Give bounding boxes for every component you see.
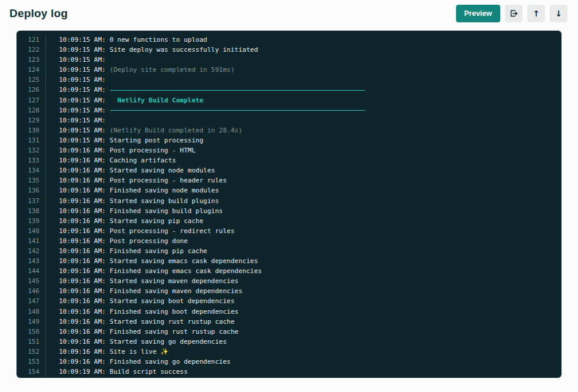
log-line-body: 10:09:16 AM: Finished saving go dependen… bbox=[46, 357, 562, 367]
log-message: Finished saving rust rustup cache bbox=[105, 327, 238, 337]
line-number: 124 bbox=[16, 65, 46, 75]
log-line: 14210:09:16 AM: Finished saving pip cach… bbox=[16, 246, 562, 256]
log-line: 13510:09:16 AM: Post processing - header… bbox=[16, 175, 562, 185]
log-timestamp: 10:09:16 AM: bbox=[59, 266, 105, 276]
line-number: 126 bbox=[16, 85, 46, 95]
line-number: 153 bbox=[16, 357, 46, 367]
log-line: 12410:09:15 AM: (Deploy site completed i… bbox=[16, 65, 562, 75]
log-message: Started saving build plugins bbox=[105, 196, 219, 206]
log-line: 13410:09:16 AM: Started saving node modu… bbox=[16, 165, 562, 175]
line-number: 131 bbox=[16, 135, 46, 145]
log-timestamp: 10:09:16 AM: bbox=[59, 165, 105, 175]
log-line: 12310:09:15 AM: bbox=[16, 55, 562, 65]
log-timestamp: 10:09:15 AM: bbox=[59, 85, 105, 95]
line-number: 130 bbox=[16, 125, 46, 135]
log-message: Finished saving emacs cask dependencies bbox=[105, 266, 262, 276]
log-line: 13010:09:15 AM: (Netlify Build completed… bbox=[16, 125, 562, 135]
log-line-body: 10:09:15 AM: Netlify Build Complete bbox=[46, 95, 562, 105]
log-line: 14810:09:16 AM: Finished saving boot dep… bbox=[16, 307, 562, 317]
line-number: 146 bbox=[16, 286, 46, 296]
line-number: 147 bbox=[16, 296, 46, 306]
log-line: 14710:09:16 AM: Started saving boot depe… bbox=[16, 296, 562, 306]
line-number: 140 bbox=[16, 226, 46, 236]
log-timestamp: 10:09:16 AM: bbox=[59, 296, 105, 306]
log-timestamp: 10:09:16 AM: bbox=[59, 155, 105, 165]
log-message: 0 new functions to upload bbox=[105, 35, 207, 45]
log-timestamp: 10:09:15 AM: bbox=[59, 45, 105, 55]
log-line-body: 10:09:15 AM: Site deploy was successfull… bbox=[46, 45, 562, 55]
log-message: Started saving boot dependencies bbox=[105, 296, 234, 306]
log-line-body: 10:09:16 AM: Caching artifacts bbox=[46, 155, 562, 165]
log-line-body: 10:09:16 AM: Post processing - header ru… bbox=[46, 175, 562, 185]
log-line-body: 10:09:16 AM: Finished saving rust rustup… bbox=[46, 327, 562, 337]
deploy-log-page: Deploy log Preview ↑ ↓ 12110:09:15 AM: 0… bbox=[0, 0, 578, 378]
log-line: 13110:09:15 AM: Starting post processing bbox=[16, 135, 562, 145]
line-number: 132 bbox=[16, 145, 46, 155]
line-number: 135 bbox=[16, 175, 46, 185]
log-line-body: 10:09:16 AM: Started saving emacs cask d… bbox=[46, 256, 562, 266]
log-line: 14010:09:16 AM: Post processing - redire… bbox=[16, 226, 562, 236]
log-message: Site deploy was successfully initiated bbox=[105, 45, 257, 55]
line-number: 139 bbox=[16, 216, 46, 226]
log-line-body: 10:09:16 AM: Finished saving emacs cask … bbox=[46, 266, 562, 276]
scroll-to-top-button[interactable]: ↑ bbox=[527, 5, 545, 22]
line-number: 129 bbox=[16, 115, 46, 125]
log-line-body: 10:09:16 AM: Started saving maven depend… bbox=[46, 276, 562, 286]
log-line-body: 10:09:16 AM: Started saving boot depende… bbox=[46, 296, 562, 306]
log-message: Started saving node modules bbox=[105, 165, 214, 175]
log-message: Finished saving build plugins bbox=[105, 206, 223, 216]
log-line-body: 10:09:16 AM: Finished saving node module… bbox=[46, 185, 562, 195]
log-message: Netlify Build Complete bbox=[105, 95, 203, 105]
arrow-up-icon: ↑ bbox=[533, 9, 540, 18]
log-line: 14310:09:16 AM: Started saving emacs cas… bbox=[16, 256, 562, 266]
log-line-body: 10:09:15 AM: 0 new functions to upload bbox=[46, 35, 562, 45]
copy-log-button[interactable] bbox=[505, 5, 523, 22]
line-number: 136 bbox=[16, 185, 46, 195]
divider-rule bbox=[110, 90, 365, 91]
log-timestamp: 10:09:16 AM: bbox=[59, 206, 105, 216]
line-number: 145 bbox=[16, 276, 46, 286]
log-line-body: 10:09:16 AM: Started saving go dependenc… bbox=[46, 337, 562, 347]
log-timestamp: 10:09:16 AM: bbox=[59, 236, 105, 246]
log-line: 14510:09:16 AM: Started saving maven dep… bbox=[16, 276, 562, 286]
log-message: Started saving rust rustup cache bbox=[105, 317, 234, 327]
log-line-body: 10:09:16 AM: Finished saving maven depen… bbox=[46, 286, 562, 296]
log-timestamp: 10:09:15 AM: bbox=[59, 55, 105, 65]
log-timestamp: 10:09:16 AM: bbox=[59, 317, 105, 327]
log-timestamp: 10:09:16 AM: bbox=[59, 145, 105, 155]
log-line: 13810:09:16 AM: Finished saving build pl… bbox=[16, 206, 562, 216]
log-timestamp: 10:09:16 AM: bbox=[59, 276, 105, 286]
topbar: Deploy log Preview ↑ ↓ bbox=[0, 0, 578, 27]
log-timestamp: 10:09:16 AM: bbox=[59, 185, 105, 195]
line-number: 144 bbox=[16, 266, 46, 276]
log-line-body: 10:09:16 AM: Finished saving build plugi… bbox=[46, 206, 562, 216]
log-message: Finished saving go dependencies bbox=[105, 357, 230, 367]
log-line: 12110:09:15 AM: 0 new functions to uploa… bbox=[16, 35, 562, 45]
log-line-body: 10:09:16 AM: Post processing - redirect … bbox=[46, 226, 562, 236]
log-line-body: 10:09:15 AM: (Netlify Build completed in… bbox=[46, 125, 562, 135]
log-message: Finished saving maven dependencies bbox=[105, 286, 242, 296]
log-message: Build script success bbox=[105, 367, 187, 377]
log-line-body: 10:09:16 AM: Started saving node modules bbox=[46, 165, 562, 175]
log-line-body: 10:09:16 AM: Finished saving boot depend… bbox=[46, 307, 562, 317]
line-number: 122 bbox=[16, 45, 46, 55]
log-timestamp: 10:09:16 AM: bbox=[59, 256, 105, 266]
log-timestamp: 10:09:15 AM: bbox=[59, 65, 105, 75]
log-timestamp: 10:09:16 AM: bbox=[59, 196, 105, 206]
log-line: 13310:09:16 AM: Caching artifacts bbox=[16, 155, 562, 165]
log-timestamp: 10:09:15 AM: bbox=[59, 105, 105, 115]
log-timestamp: 10:09:15 AM: bbox=[59, 75, 105, 85]
log-line-body: 10:09:15 AM: Starting post processing bbox=[46, 135, 562, 145]
line-number: 149 bbox=[16, 317, 46, 327]
line-number: 128 bbox=[16, 105, 46, 115]
deploy-log-panel[interactable]: 12110:09:15 AM: 0 new functions to uploa… bbox=[16, 31, 562, 378]
line-number: 121 bbox=[16, 35, 46, 45]
log-line-body: 10:09:16 AM: Started saving pip cache bbox=[46, 216, 562, 226]
log-line: 14610:09:16 AM: Finished saving maven de… bbox=[16, 286, 562, 296]
header-actions: Preview ↑ ↓ bbox=[456, 5, 567, 22]
scroll-to-bottom-button[interactable]: ↓ bbox=[550, 5, 567, 22]
preview-button[interactable]: Preview bbox=[456, 5, 500, 22]
log-message: (Netlify Build completed in 28.4s) bbox=[105, 125, 242, 135]
log-message: Post processing done bbox=[105, 236, 187, 246]
log-line-body: 10:09:15 AM: bbox=[46, 75, 562, 85]
